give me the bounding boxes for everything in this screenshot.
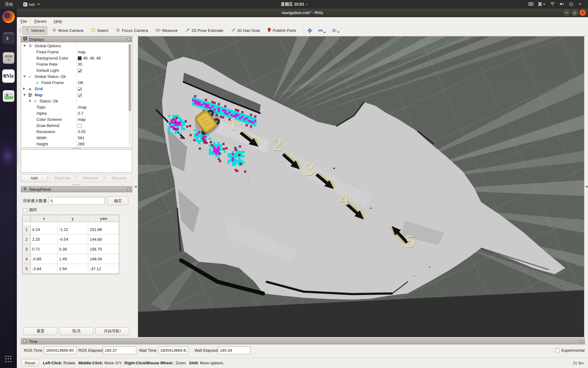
wall-elapsed-input[interactable] [218,347,251,354]
tree-row-resolution[interactable]: Resolution 0.05 [21,129,132,135]
wifi-icon[interactable] [550,2,555,7]
cell-x[interactable]: 0.72 [31,244,58,254]
panel-float-button[interactable] [127,188,130,191]
experimental-checkbox[interactable] [555,348,559,352]
dock-item-firefox[interactable] [2,11,15,23]
expander-icon[interactable] [23,87,25,90]
checkbox-checked[interactable] [78,93,82,97]
tree-row-global-status[interactable]: ✓ Global Status: Ok [21,74,132,80]
chevron-down-icon[interactable] [579,4,581,5]
volume-muted-icon[interactable] [560,2,564,7]
close-button[interactable]: × [579,10,586,16]
panel-collapse-handle[interactable]: ◀ [134,185,137,188]
tree-row-alpha[interactable]: Alpha 0.7 [21,110,132,117]
tool-interact[interactable]: Interact [22,26,47,35]
ros-time-input[interactable] [44,347,77,354]
tree-value[interactable]: /map [78,104,87,110]
cell-y[interactable]: 0.38 [58,244,88,254]
scrollbar-thumb[interactable] [129,44,131,111]
tree-row-color-scheme[interactable]: Color Scheme map [21,117,132,123]
tool-select[interactable]: Select [88,27,111,35]
cell-y[interactable]: -1.22 [58,225,88,235]
expander-icon[interactable] [23,94,26,96]
column-header-yaw[interactable]: yaw [88,215,119,222]
cell-x[interactable]: -3.84 [31,264,58,274]
tool-2d-pose-estimate[interactable]: 2D Pose Estimate [183,27,226,35]
keyboard-icon[interactable] [528,2,533,7]
menu-help[interactable]: Help [54,19,62,24]
tree-row-map[interactable]: Map [21,92,132,98]
dock-item-rviz[interactable]: RViz [2,69,15,83]
expander-icon[interactable] [29,100,31,102]
cell-x[interactable]: 2.25 [31,235,58,244]
checkbox-checked[interactable] [78,69,82,73]
displays-panel-header[interactable]: Displays [21,36,132,42]
column-header-y[interactable]: y [58,215,88,222]
tool-measure[interactable]: Measure [153,27,180,34]
menu-panels[interactable]: Panels [34,19,47,24]
panel-float-button[interactable] [127,38,130,41]
power-icon[interactable] [569,2,573,7]
add-tool-button[interactable] [307,28,312,33]
rename-button[interactable]: Rename [106,174,133,182]
app-menu[interactable]: rviz [23,2,40,7]
time-panel-header[interactable]: Time [21,338,585,344]
tool-focus-camera[interactable]: Focus Camera [113,27,151,35]
checkbox-checked[interactable] [78,87,82,91]
tree-row-frame-rate[interactable]: Frame Rate 30 [21,61,132,67]
tree-row-fixed-frame[interactable]: Fixed Frame map [21,49,132,55]
cell-y[interactable]: 2.94 [58,264,88,274]
row-number[interactable]: 3 [23,244,31,254]
clock[interactable]: 星期五 15∶21● [0,2,588,7]
tree-row-global-options[interactable]: ⚙ Global Options [21,43,132,49]
render-viewport[interactable]: 1 2 3 4 5 [138,36,584,337]
tree-row-background-color[interactable]: Background Color 48; 48; 48 [21,55,132,61]
menu-file[interactable]: File [21,19,27,24]
activities-button[interactable]: 活动 [5,2,13,7]
tool-move-camera[interactable]: Move Camera [49,27,86,35]
add-button[interactable]: Add [21,174,47,182]
toolbar-drag-handle[interactable] [19,28,21,34]
tree-row-map-status[interactable]: ✓ Status: Ok [21,98,132,104]
wall-time-input[interactable] [158,347,188,354]
teleop-panel-header[interactable]: TeleopPanel [21,186,132,192]
duplicate-button[interactable]: Duplicate [49,174,76,182]
row-number[interactable]: 2 [23,235,31,244]
tree-row-grid[interactable]: ◈ Grid [21,86,132,92]
remove-tool-button[interactable] [318,28,326,33]
show-applications-button[interactable] [2,356,15,362]
cell-yaw[interactable]: 144.68 [88,235,119,244]
expander-icon[interactable] [23,76,26,77]
titlebar[interactable]: navigation.rviz* - RViz − × [17,9,588,17]
minimize-button[interactable]: − [564,10,570,16]
checkbox-unchecked[interactable] [78,124,82,128]
confirm-button[interactable]: 确定 [107,197,128,205]
cancel-button[interactable]: 取消 [59,327,93,335]
dock-item-files[interactable] [2,52,15,64]
tree-row-width[interactable]: Width 561 [21,135,132,141]
tool-publish-point[interactable]: Publish Point [265,26,299,35]
cell-x[interactable]: -0.89 [31,254,58,264]
panel-float-button[interactable] [580,340,583,343]
ros-elapsed-input[interactable] [103,347,136,354]
tool-visibility-button[interactable] [331,28,340,33]
cell-y[interactable]: 1.49 [58,254,88,264]
tree-row-topic[interactable]: Topic /map [21,104,132,110]
remove-button[interactable]: Remove [77,174,104,182]
tree-row-height[interactable]: Height 289 [21,141,132,147]
row-number[interactable]: 1 [23,225,31,235]
tree-row-default-light[interactable]: Default Light [21,67,132,74]
dock-item-terminal[interactable] [2,32,15,44]
tree-value[interactable]: 30 [78,61,82,67]
row-number[interactable]: 4 [23,254,31,264]
tree-value[interactable]: 0.7 [78,110,83,117]
dock-item-image-viewer[interactable] [2,90,15,102]
expander-icon[interactable] [23,45,26,47]
column-header-x[interactable]: x [31,215,58,222]
maximize-button[interactable] [571,10,578,16]
cell-yaw[interactable]: 156.75 [88,244,119,254]
tree-row-fixed-frame-status[interactable]: ✓ Fixed Frame OK [21,80,132,86]
loop-checkbox[interactable] [23,208,27,212]
tree-value[interactable]: map [78,117,85,123]
cell-x[interactable]: 4.24 [31,225,58,235]
